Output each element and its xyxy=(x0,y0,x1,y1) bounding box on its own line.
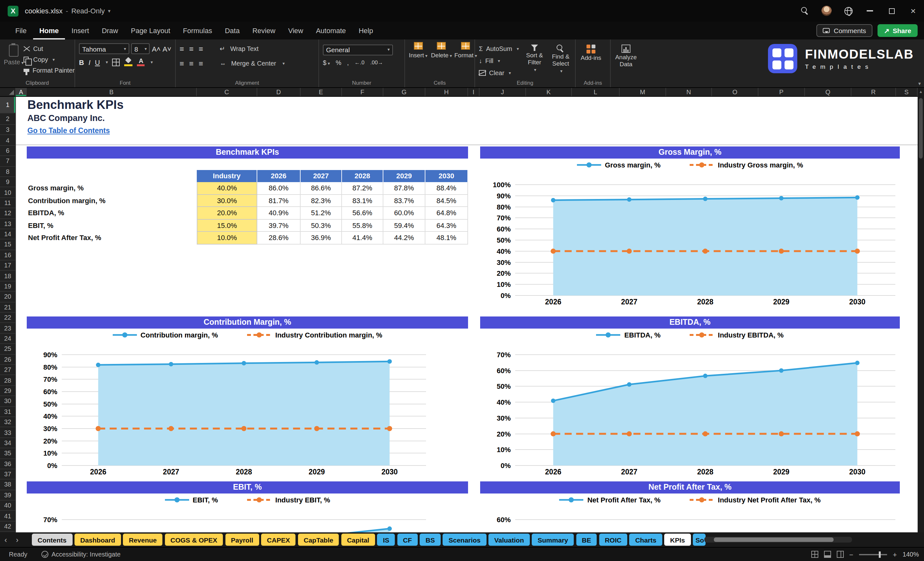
column-header-O[interactable]: O xyxy=(712,88,758,96)
decrease-decimal-button[interactable]: .00→ xyxy=(370,59,383,66)
close-button[interactable]: × xyxy=(902,0,924,22)
row-header-13[interactable]: 13 xyxy=(0,219,15,229)
row-header-2[interactable]: 2 xyxy=(0,113,15,125)
font-color-chevron-icon[interactable]: ▾ xyxy=(151,60,153,64)
row-header-28[interactable]: 28 xyxy=(0,375,15,386)
row-header-26[interactable]: 26 xyxy=(0,354,15,365)
comments-button[interactable]: Comments xyxy=(816,24,872,37)
paste-button[interactable]: Paste▾ xyxy=(4,43,24,78)
fill-button[interactable]: ↓Fill▾ xyxy=(479,56,519,66)
accessibility-status[interactable]: Accessibility: Investigate xyxy=(41,551,121,558)
row-header-11[interactable]: 11 xyxy=(0,198,15,208)
row-header-30[interactable]: 30 xyxy=(0,396,15,406)
row-header-4[interactable]: 4 xyxy=(0,135,15,146)
borders-button[interactable] xyxy=(112,58,120,66)
find-select-button[interactable]: Find & Select▾ xyxy=(550,43,571,78)
row-header-41[interactable]: 41 xyxy=(0,511,15,522)
column-header-D[interactable]: D xyxy=(257,88,301,96)
row-header-10[interactable]: 10 xyxy=(0,188,15,198)
row-header-1[interactable]: 1 xyxy=(0,97,15,113)
underline-chevron-icon[interactable]: ▾ xyxy=(106,60,108,64)
column-header-S[interactable]: S xyxy=(896,88,918,96)
row-header-21[interactable]: 21 xyxy=(0,302,15,313)
currency-button[interactable]: $▾ xyxy=(323,59,330,66)
sheet-tab-bs[interactable]: BS xyxy=(420,534,441,546)
clear-button[interactable]: Clear▾ xyxy=(479,68,519,78)
column-header-C[interactable]: C xyxy=(197,88,257,96)
row-header-39[interactable]: 39 xyxy=(0,490,15,501)
align-center-button[interactable]: ≡ xyxy=(189,60,194,67)
row-header-25[interactable]: 25 xyxy=(0,344,15,354)
row-header-3[interactable]: 3 xyxy=(0,125,15,135)
row-header-18[interactable]: 18 xyxy=(0,271,15,282)
row-header-19[interactable]: 19 xyxy=(0,282,15,292)
column-header-J[interactable]: J xyxy=(480,88,526,96)
sheet-tab-scenarios[interactable]: Scenarios xyxy=(443,534,486,546)
decrease-font-button[interactable]: A˅ xyxy=(162,45,171,52)
horizontal-scrollbar[interactable] xyxy=(704,537,852,543)
row-header-35[interactable]: 35 xyxy=(0,448,15,459)
column-header-Q[interactable]: Q xyxy=(805,88,851,96)
sheet-tab-contents[interactable]: Contents xyxy=(32,534,72,546)
menu-home[interactable]: Home xyxy=(33,22,65,39)
sheet-tab-captable[interactable]: CapTable xyxy=(298,534,339,546)
column-header-A[interactable]: A xyxy=(16,88,27,96)
row-header-14[interactable]: 14 xyxy=(0,229,15,240)
sheet-tab-revenue[interactable]: Revenue xyxy=(123,534,163,546)
sort-filter-button[interactable]: Sort & Filter▾ xyxy=(524,43,545,78)
row-header-20[interactable]: 20 xyxy=(0,292,15,303)
menu-view[interactable]: View xyxy=(282,22,309,39)
sheet-tab-kpis[interactable]: KPIs xyxy=(664,534,691,546)
percent-button[interactable]: % xyxy=(336,59,341,66)
sheet-tab-is[interactable]: IS xyxy=(377,534,395,546)
page-layout-view-button[interactable] xyxy=(824,551,831,558)
sheet-tab-valuation[interactable]: Valuation xyxy=(488,534,530,546)
zoom-slider[interactable] xyxy=(859,554,887,555)
wrap-text-button[interactable]: Wrap Text xyxy=(230,45,258,52)
tab-scroll-right-icon[interactable]: › xyxy=(12,535,23,544)
zoom-level[interactable]: 140% xyxy=(903,551,919,558)
zoom-in-button[interactable]: + xyxy=(893,550,897,558)
row-header-36[interactable]: 36 xyxy=(0,459,15,469)
toc-link[interactable]: Go to Table of Contents xyxy=(27,127,110,134)
scroll-up-icon[interactable]: ▲ xyxy=(919,90,923,94)
zoom-out-button[interactable]: − xyxy=(849,550,854,558)
sheet-tab-capex[interactable]: CAPEX xyxy=(261,534,296,546)
column-header-M[interactable]: M xyxy=(620,88,666,96)
row-header-7[interactable]: 7 xyxy=(0,156,15,166)
column-header-G[interactable]: G xyxy=(383,88,425,96)
zoom-slider-thumb[interactable] xyxy=(879,551,881,558)
increase-font-button[interactable]: A˄ xyxy=(152,45,161,52)
row-header-23[interactable]: 23 xyxy=(0,323,15,334)
maximize-button[interactable] xyxy=(881,0,902,22)
row-header-38[interactable]: 38 xyxy=(0,480,15,490)
vertical-scroll-thumb[interactable] xyxy=(919,98,923,159)
column-header-L[interactable]: L xyxy=(572,88,620,96)
menu-formulas[interactable]: Formulas xyxy=(177,22,219,39)
row-header-24[interactable]: 24 xyxy=(0,334,15,344)
sheet-tab-cogs-opex[interactable]: COGS & OPEX xyxy=(165,534,223,546)
menu-page-layout[interactable]: Page Layout xyxy=(124,22,177,39)
addins-button[interactable]: Add-ins xyxy=(579,43,602,62)
sheet-tab-be[interactable]: BE xyxy=(576,534,597,546)
row-header-12[interactable]: 12 xyxy=(0,208,15,219)
normal-view-button[interactable] xyxy=(811,551,818,558)
align-top-button[interactable]: ≡ xyxy=(180,45,184,52)
format-painter-button[interactable]: Format Painter xyxy=(24,65,75,76)
font-size-select[interactable]: 8▾ xyxy=(131,43,150,54)
align-bottom-button[interactable]: ≡ xyxy=(199,45,203,52)
horizontal-scroll-thumb[interactable] xyxy=(714,537,834,542)
column-header-B[interactable]: B xyxy=(27,88,197,96)
search-button[interactable] xyxy=(794,0,816,22)
merge-center-button[interactable]: Merge & Center xyxy=(231,60,276,67)
column-headers[interactable]: ABCDEFGHIJKLMNOPQRS xyxy=(16,88,918,97)
font-color-button[interactable]: A xyxy=(137,58,145,66)
align-middle-button[interactable]: ≡ xyxy=(189,45,194,52)
sheet-tab-charts[interactable]: Charts xyxy=(630,534,662,546)
sheet-tab-capital[interactable]: Capital xyxy=(341,534,375,546)
vertical-scrollbar[interactable]: ▲ xyxy=(918,88,924,532)
sheet-tab-cf[interactable]: CF xyxy=(398,534,418,546)
row-header-33[interactable]: 33 xyxy=(0,428,15,438)
row-header-17[interactable]: 17 xyxy=(0,261,15,271)
menu-insert[interactable]: Insert xyxy=(65,22,96,39)
